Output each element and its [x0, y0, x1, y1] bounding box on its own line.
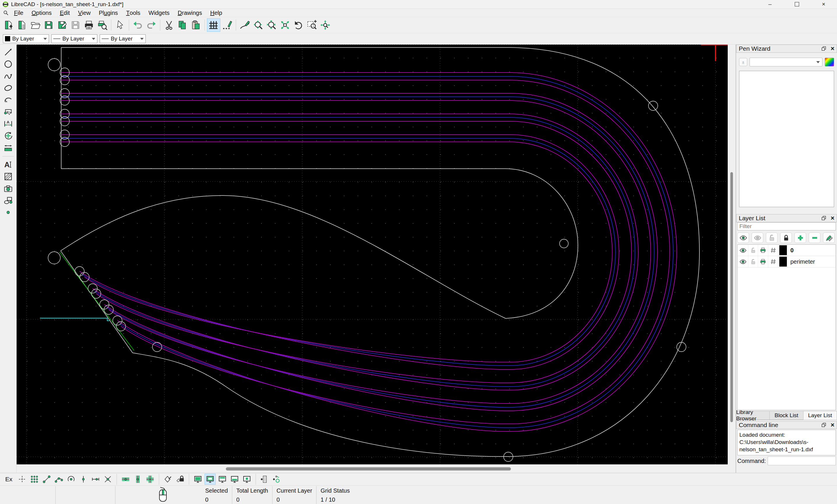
- tab-block-list[interactable]: Block List: [770, 411, 803, 420]
- tool-arc-button[interactable]: [2, 94, 14, 106]
- snap-snap-grid-button[interactable]: [29, 474, 40, 485]
- toolbar-zoom-prev-button[interactable]: [292, 18, 305, 32]
- snap-restrict-orthogonal-button[interactable]: [145, 474, 156, 485]
- close-panel-icon[interactable]: ×: [831, 45, 834, 52]
- snap-snap-intersection-button[interactable]: [102, 474, 113, 485]
- menu-edit[interactable]: Edit: [56, 9, 74, 17]
- toolbar-redo-button[interactable]: [145, 18, 158, 32]
- snap-draw-order-raise-button[interactable]: [217, 474, 228, 485]
- toolbar-doc-new-template-button[interactable]: [15, 18, 29, 32]
- layer-plus-button[interactable]: [795, 233, 806, 243]
- pen-color-combo[interactable]: By Layer: [3, 34, 49, 43]
- tab-layer-list[interactable]: Layer List: [803, 411, 837, 420]
- minimize-button[interactable]: –: [756, 0, 783, 8]
- tool-block-button[interactable]: [2, 195, 14, 206]
- close-panel-icon[interactable]: ×: [831, 214, 834, 222]
- horizontal-scrollbar-thumb[interactable]: [226, 467, 511, 470]
- snap-set-relative-zero-button[interactable]: [162, 474, 173, 485]
- toolbar-zoom-in-button[interactable]: [251, 18, 265, 32]
- vertical-scrollbar[interactable]: [729, 44, 734, 464]
- toolbar-save-button[interactable]: [42, 18, 55, 32]
- tool-hatch-button[interactable]: [2, 171, 14, 182]
- layer-eye-off-button[interactable]: [752, 233, 763, 243]
- menu-file[interactable]: File: [10, 9, 28, 17]
- snap-snap-endpoint-button[interactable]: [41, 474, 52, 485]
- menu-plugins[interactable]: Plugins: [95, 9, 122, 17]
- tool-line-button[interactable]: [2, 46, 14, 58]
- layer-minus-button[interactable]: [809, 233, 820, 243]
- menu-options[interactable]: Options: [28, 9, 56, 17]
- snap-options-list-button[interactable]: [259, 474, 270, 485]
- snap-draw-order-top-button[interactable]: [229, 474, 240, 485]
- toolbar-print-button[interactable]: [82, 18, 95, 32]
- snap-draw-order-select-button[interactable]: [241, 474, 252, 485]
- snap-snap-on-entity-button[interactable]: [53, 474, 65, 485]
- layer-eye-on-button[interactable]: [737, 233, 749, 243]
- toolbar-zoom-auto-button[interactable]: [278, 18, 292, 32]
- menu-help[interactable]: Help: [206, 9, 226, 17]
- pen-wizard-list[interactable]: [739, 71, 834, 207]
- toolbar-doc-new-button[interactable]: [2, 18, 15, 32]
- toolbar-print-preview-button[interactable]: [95, 18, 109, 32]
- snap-restrict-vertical-button[interactable]: [132, 474, 143, 485]
- pen-wizard-adjust-button[interactable]: ±: [739, 58, 747, 66]
- drawing-canvas[interactable]: [17, 44, 728, 464]
- toolbar-save-all-button[interactable]: [69, 18, 82, 32]
- float-panel-icon[interactable]: [821, 46, 826, 51]
- toolbar-pen-line-button[interactable]: [238, 18, 251, 32]
- layer-color-swatch[interactable]: [779, 257, 787, 267]
- tool-text-button[interactable]: A: [2, 159, 14, 170]
- menu-drawings[interactable]: Drawings: [174, 9, 206, 17]
- tool-select-button[interactable]: [2, 106, 14, 118]
- snap-lock-relative-zero-button[interactable]: [175, 474, 186, 485]
- toolbar-paste-button[interactable]: [189, 18, 202, 32]
- snap-draw-order-bottom-button[interactable]: [192, 474, 203, 485]
- snap-snap-distance-button[interactable]: [90, 474, 101, 485]
- snap-restrict-horizontal-button[interactable]: [120, 474, 131, 485]
- tab-library-browser[interactable]: Library Browser: [736, 411, 770, 420]
- menu-view[interactable]: View: [74, 9, 95, 17]
- toolbar-save-as-button[interactable]: [55, 18, 69, 32]
- layer-color-swatch[interactable]: [779, 245, 787, 255]
- tool-circle-button[interactable]: [2, 58, 14, 70]
- float-panel-icon[interactable]: [821, 216, 826, 221]
- toolbar-cut-button[interactable]: [162, 18, 176, 32]
- menu-widgets[interactable]: Widgets: [145, 9, 174, 17]
- toolbar-draft-button[interactable]: [220, 18, 234, 32]
- toolbar-zoom-window-button[interactable]: [305, 18, 319, 32]
- toolbar-cursor-button[interactable]: [113, 18, 127, 32]
- tool-measure-button[interactable]: [2, 142, 14, 154]
- pen-width-combo[interactable]: By Layer: [51, 34, 97, 43]
- toolbar-undo-button[interactable]: [131, 18, 145, 32]
- exclusive-snap-label[interactable]: Ex: [2, 476, 15, 483]
- layer-filter-input[interactable]: [737, 222, 836, 231]
- snap-snap-free-button[interactable]: [17, 474, 28, 485]
- menu-tools[interactable]: Tools: [122, 9, 145, 17]
- toolbar-copy-button[interactable]: [176, 18, 189, 32]
- layer-lock-closed-button[interactable]: [780, 233, 792, 243]
- layer-row[interactable]: perimeter: [737, 256, 836, 267]
- command-input[interactable]: [768, 456, 836, 465]
- maximize-button[interactable]: [783, 0, 810, 8]
- pen-wizard-color-button[interactable]: [825, 58, 834, 67]
- snap-snap-center-button[interactable]: [66, 474, 77, 485]
- layer-row[interactable]: 0: [737, 245, 836, 256]
- tool-modify-rotate-button[interactable]: [2, 130, 14, 142]
- tool-spline-button[interactable]: [2, 70, 14, 82]
- tool-dimension-button[interactable]: A: [2, 118, 14, 130]
- layer-edit-pen-button[interactable]: [823, 233, 835, 243]
- pen-wizard-combo[interactable]: [750, 58, 822, 67]
- snap-draw-order-lower-button[interactable]: [204, 474, 216, 485]
- tool-image-button[interactable]: [2, 183, 14, 194]
- pen-linetype-combo[interactable]: By Layer: [100, 34, 146, 43]
- layer-lock-open-button[interactable]: [766, 233, 778, 243]
- snap-snap-middle-button[interactable]: [78, 474, 89, 485]
- toolbar-grid-button[interactable]: [207, 18, 220, 32]
- horizontal-scrollbar[interactable]: [17, 466, 728, 472]
- close-button[interactable]: ×: [810, 0, 837, 8]
- toolbar-zoom-pan-button[interactable]: [319, 18, 332, 32]
- toolbar-folder-open-button[interactable]: [29, 18, 42, 32]
- close-panel-icon[interactable]: ×: [831, 421, 834, 429]
- tool-point-button[interactable]: [2, 206, 14, 218]
- toolbar-zoom-out-button[interactable]: [265, 18, 278, 32]
